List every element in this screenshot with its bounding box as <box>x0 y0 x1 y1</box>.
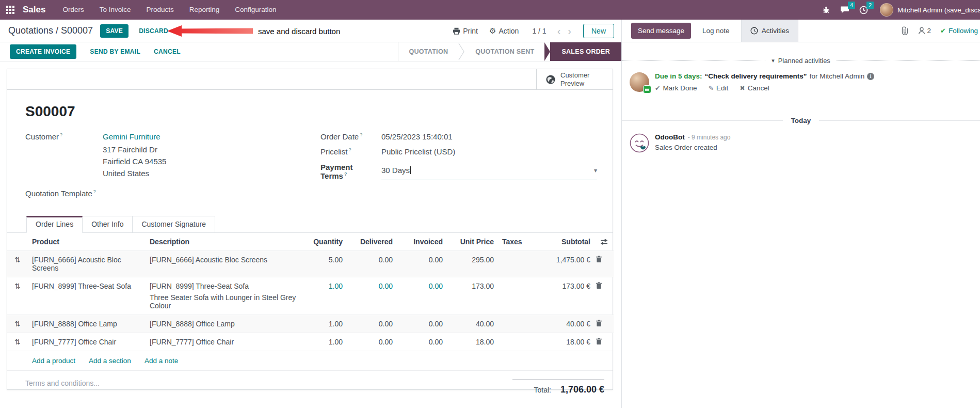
help-icon: ? <box>60 132 62 137</box>
red-arrow-icon <box>166 24 254 38</box>
col-delivered[interactable]: Delivered <box>347 233 397 251</box>
today-label: Today <box>783 117 820 124</box>
delete-row-button[interactable] <box>595 315 614 333</box>
message-author[interactable]: OdooBot <box>655 133 685 141</box>
help-icon: ? <box>349 147 351 152</box>
nav-configuration[interactable]: Configuration <box>227 0 284 20</box>
user-avatar[interactable] <box>880 3 893 17</box>
discard-button[interactable]: DISCARD <box>139 27 168 35</box>
pricelist-label: Pricelist? <box>320 147 381 156</box>
drag-handle-icon[interactable]: ⇅ <box>7 277 28 315</box>
pricelist-value[interactable]: Public Pricelist (USD) <box>381 147 455 156</box>
messages-icon[interactable]: 4 <box>836 0 854 20</box>
help-icon: ? <box>360 132 362 137</box>
create-invoice-button[interactable]: CREATE INVOICE <box>10 44 76 59</box>
info-icon[interactable]: i <box>867 73 874 80</box>
followers-button[interactable]: 2 <box>918 27 931 35</box>
delete-row-button[interactable] <box>595 333 614 351</box>
table-row[interactable]: ⇅ [FURN_8888] Office Lamp [FURN_8888] Of… <box>7 315 614 333</box>
table-row[interactable]: ⇅ [FURN_6666] Acoustic Bloc Screens [FUR… <box>7 251 614 277</box>
tab-other-info[interactable]: Other Info <box>83 216 133 233</box>
col-subtotal[interactable]: Subtotal <box>535 233 595 251</box>
stage-sales-order[interactable]: SALES ORDER <box>550 42 621 61</box>
edit-activity-button[interactable]: ✎Edit <box>709 84 729 92</box>
cancel-activity-button[interactable]: ✖Cancel <box>740 84 769 92</box>
drag-handle-icon[interactable]: ⇅ <box>7 251 28 277</box>
table-add-row: Add a product Add a section Add a note <box>7 351 613 370</box>
nav-orders[interactable]: Orders <box>55 0 91 20</box>
table-row[interactable]: ⇅ [FURN_7777] Office Chair [FURN_7777] O… <box>7 333 614 351</box>
pager-previous-icon[interactable]: ‹ <box>554 26 565 36</box>
text-cursor <box>410 166 411 174</box>
quotation-template-label: Quotation Template? <box>25 189 96 198</box>
odoobot-icon <box>630 133 649 153</box>
breadcrumb[interactable]: Quotations / S00007 <box>8 25 93 36</box>
col-invoiced[interactable]: Invoiced <box>397 233 447 251</box>
activities-clock-icon[interactable]: 2 <box>854 0 873 20</box>
top-navbar: Sales Orders To Invoice Products Reporti… <box>0 0 980 20</box>
mark-done-button[interactable]: ✔Mark Done <box>655 84 697 92</box>
activities-count-badge: 2 <box>866 2 874 9</box>
printer-icon <box>453 27 460 35</box>
optional-columns-button[interactable] <box>595 233 614 251</box>
tab-customer-signature[interactable]: Customer Signature <box>133 216 215 233</box>
stage-quotation[interactable]: QUOTATION <box>398 42 458 61</box>
tab-order-lines[interactable]: Order Lines <box>26 216 83 233</box>
apps-grid-icon[interactable] <box>0 0 21 20</box>
planned-activities-toggle[interactable]: ▾ Planned activities <box>765 57 837 65</box>
payment-terms-input[interactable]: 30 Days ▾ <box>381 163 597 180</box>
customer-preview-button[interactable]: Customer Preview <box>536 69 613 89</box>
cancel-button[interactable]: CANCEL <box>154 48 181 55</box>
paperclip-icon <box>901 26 909 35</box>
send-message-button[interactable]: Send message <box>631 23 691 39</box>
user-name[interactable]: Mitchell Admin (save_discar <box>897 6 980 14</box>
col-description[interactable]: Description <box>146 233 300 251</box>
nav-reporting[interactable]: Reporting <box>182 0 228 20</box>
dropdown-caret-icon[interactable]: ▾ <box>594 167 597 174</box>
form-view: Customer Preview S00007 Customer? Gemini… <box>0 61 621 408</box>
form-sheet: Customer Preview S00007 Customer? Gemini… <box>7 69 613 390</box>
customer-link[interactable]: Gemini Furniture <box>103 132 166 141</box>
annotation-label: save and discard button <box>258 27 340 36</box>
nav-to-invoice[interactable]: To Invoice <box>92 0 139 20</box>
activity-avatar[interactable] <box>630 72 649 92</box>
stage-quotation-sent[interactable]: QUOTATION SENT <box>465 42 544 61</box>
trash-icon <box>596 256 602 263</box>
col-unit-price[interactable]: Unit Price <box>447 233 498 251</box>
add-a-product-link[interactable]: Add a product <box>32 357 75 365</box>
attachments-button[interactable] <box>901 26 909 35</box>
pencil-icon: ✎ <box>709 84 714 92</box>
following-button[interactable]: ✔ Following <box>940 27 978 35</box>
new-button[interactable]: New <box>583 24 614 38</box>
app-name[interactable]: Sales <box>23 5 45 15</box>
col-taxes[interactable]: Taxes <box>498 233 535 251</box>
today-divider: Today <box>622 117 980 124</box>
order-date-label: Order Date? <box>320 132 381 141</box>
log-note-button[interactable]: Log note <box>702 27 730 35</box>
delete-row-button[interactable] <box>595 277 614 315</box>
print-button[interactable]: Print <box>453 27 478 35</box>
drag-handle-icon[interactable]: ⇅ <box>7 333 28 351</box>
save-button[interactable]: SAVE <box>100 24 128 38</box>
drag-handle-icon[interactable]: ⇅ <box>7 315 28 333</box>
pager-next-icon[interactable]: › <box>564 26 575 36</box>
add-a-note-link[interactable]: Add a note <box>144 357 178 365</box>
order-date-value[interactable]: 05/25/2023 15:40:01 <box>381 132 453 141</box>
terms-placeholder[interactable]: Terms and conditions... <box>25 379 100 395</box>
globe-icon <box>545 74 556 85</box>
x-icon: ✖ <box>740 84 745 92</box>
table-row[interactable]: ⇅ [FURN_8999] Three-Seat Sofa [FURN_8999… <box>7 277 614 315</box>
send-by-email-button[interactable]: SEND BY EMAIL <box>90 48 140 55</box>
col-quantity[interactable]: Quantity <box>300 233 347 251</box>
annotation-arrow: save and discard button <box>166 24 340 38</box>
help-icon: ? <box>93 189 96 194</box>
sheet-button-box: Customer Preview <box>7 69 613 90</box>
nav-products[interactable]: Products <box>139 0 182 20</box>
delete-row-button[interactable] <box>595 251 614 277</box>
activities-button[interactable]: Activities <box>741 20 798 42</box>
customer-address: 317 Fairchild Dr Fairfield CA 94535 Unit… <box>103 145 166 178</box>
action-menu-button[interactable]: ⚙ Action <box>489 26 519 36</box>
debug-bug-icon[interactable] <box>817 0 836 20</box>
col-product[interactable]: Product <box>28 233 146 251</box>
add-a-section-link[interactable]: Add a section <box>89 357 131 365</box>
